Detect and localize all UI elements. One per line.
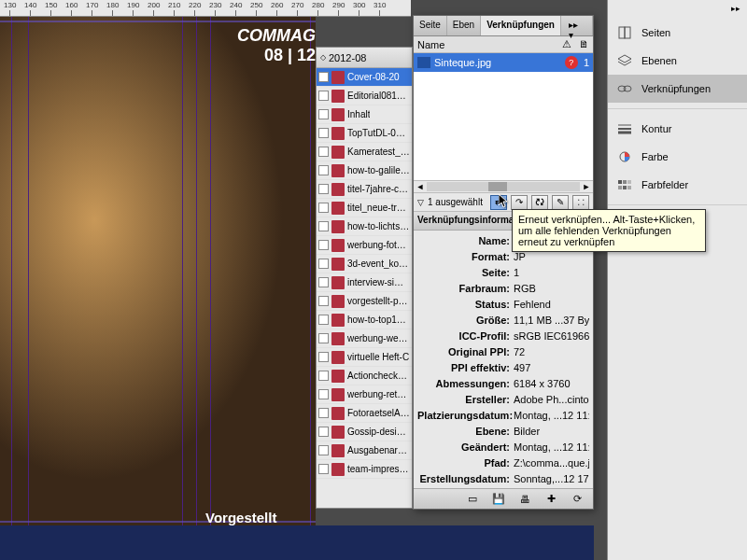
checkbox[interactable] bbox=[318, 109, 329, 119]
checkbox[interactable] bbox=[318, 277, 329, 287]
preview-size-button[interactable]: ▭ bbox=[464, 492, 481, 507]
checkbox[interactable] bbox=[318, 408, 329, 418]
info-value: RGB bbox=[514, 283, 589, 294]
links-list-body[interactable] bbox=[414, 72, 593, 180]
edit-original-button[interactable]: ✎ bbox=[552, 195, 569, 210]
panel-tab-swatches[interactable]: Farbfelder bbox=[608, 171, 747, 199]
panel-tab-pages[interactable]: Seiten bbox=[608, 19, 747, 47]
link-row-selected[interactable]: Sinteque.jpg ? 1 bbox=[414, 53, 593, 72]
save-button[interactable]: 💾 bbox=[490, 492, 507, 507]
checkbox[interactable] bbox=[318, 333, 329, 343]
book-document-row[interactable]: werbung-fotogra bbox=[317, 236, 412, 255]
checkbox[interactable] bbox=[318, 352, 329, 362]
book-document-row[interactable]: TopTutDL-08-12 bbox=[317, 124, 412, 143]
grip-icon[interactable]: ⸬ bbox=[572, 195, 589, 210]
checkbox[interactable] bbox=[318, 91, 329, 101]
scrollbar-thumb[interactable] bbox=[488, 182, 507, 191]
book-document-row[interactable]: 3d-event_korrigi bbox=[317, 255, 412, 273]
magazine-issue: 08 | 12 bbox=[204, 46, 316, 65]
document-name: werbung-fotogra bbox=[347, 240, 410, 250]
book-document-row[interactable]: how-to-lichtschr bbox=[317, 217, 412, 236]
goto-link-button[interactable]: ↷ bbox=[511, 195, 528, 210]
collapse-dock-button[interactable]: ▸▸ bbox=[728, 4, 743, 17]
info-row: Seite:1 bbox=[417, 264, 589, 280]
checkbox[interactable] bbox=[318, 445, 329, 455]
checkbox[interactable] bbox=[318, 464, 329, 474]
info-row: Pfad:Z:\comma...que.jpg bbox=[417, 455, 589, 470]
guide-v[interactable] bbox=[11, 17, 12, 525]
checkbox[interactable] bbox=[318, 221, 329, 231]
book-document-row[interactable]: Inhalt bbox=[317, 105, 412, 124]
scroll-left-icon[interactable]: ◄ bbox=[414, 182, 427, 191]
guide-v[interactable] bbox=[310, 17, 311, 525]
guide-v[interactable] bbox=[182, 17, 183, 525]
tab-links[interactable]: Verknüpfungen bbox=[481, 16, 561, 35]
tab-layers[interactable]: Eben bbox=[447, 16, 481, 35]
guide-v[interactable] bbox=[210, 17, 211, 525]
indd-file-icon bbox=[331, 407, 345, 420]
book-document-row[interactable]: Ausgabenarchiv bbox=[317, 441, 412, 460]
sync-button[interactable]: ⟳ bbox=[569, 492, 585, 507]
disclosure-icon[interactable]: ▽ bbox=[417, 198, 424, 207]
book-document-row[interactable]: werbung-webtra bbox=[317, 329, 412, 348]
scroll-right-icon[interactable]: ► bbox=[580, 182, 593, 191]
document-name: how-to-galileo... bbox=[347, 165, 410, 175]
document-name: FotoraetselAugu bbox=[347, 408, 410, 418]
book-header[interactable]: ◇ 2012-08 bbox=[317, 48, 412, 68]
checkbox[interactable] bbox=[318, 296, 329, 306]
info-value: 11,1 MB ...37 Byte) bbox=[514, 315, 589, 326]
scrollbar-track[interactable] bbox=[427, 182, 580, 191]
document-name: titel_neue-traini bbox=[347, 203, 410, 213]
panel-tab-links[interactable]: Verknüpfungen bbox=[608, 75, 747, 103]
link-filename: Sinteque.jpg bbox=[434, 57, 491, 68]
checkbox[interactable] bbox=[318, 165, 329, 175]
book-document-row[interactable]: titel_neue-traini bbox=[317, 199, 412, 217]
checkbox[interactable] bbox=[318, 315, 329, 325]
guide-v[interactable] bbox=[28, 17, 29, 525]
panel-tab-stroke[interactable]: Kontur bbox=[608, 115, 747, 143]
book-document-row[interactable]: team-impressum bbox=[317, 460, 412, 479]
update-link-button[interactable]: 🗘 bbox=[531, 195, 548, 210]
checkbox[interactable] bbox=[318, 371, 329, 381]
print-button[interactable]: 🖶 bbox=[516, 492, 533, 507]
indd-file-icon bbox=[331, 444, 345, 457]
checkbox[interactable] bbox=[318, 147, 329, 157]
book-document-row[interactable]: how-to-galileo... bbox=[317, 161, 412, 180]
document-name: how-to-lichtschr bbox=[347, 221, 410, 231]
book-document-row[interactable]: Cover-08-20 bbox=[317, 68, 412, 87]
panel-tab-layers[interactable]: Ebenen bbox=[608, 47, 747, 75]
panel-tab-color[interactable]: Farbe bbox=[608, 143, 747, 171]
book-document-row[interactable]: Kameratest_081 bbox=[317, 143, 412, 161]
panel-menu-button[interactable]: ▸▸ ▾ bbox=[561, 16, 593, 35]
book-document-row[interactable]: Editorial0812_ko bbox=[317, 87, 412, 105]
info-row: PPI effektiv:497 bbox=[417, 359, 589, 375]
document-name: Actioncheck_08 bbox=[347, 371, 410, 381]
add-button[interactable]: ✚ bbox=[543, 492, 559, 507]
stroke-icon bbox=[615, 121, 634, 136]
tab-pages[interactable]: Seite bbox=[414, 16, 447, 35]
book-document-row[interactable]: Gossip-designco bbox=[317, 423, 412, 441]
checkbox[interactable] bbox=[318, 128, 329, 138]
horizontal-scrollbar[interactable]: ◄ ► bbox=[414, 180, 593, 193]
book-document-row[interactable]: Actioncheck_08 bbox=[317, 367, 412, 385]
info-label: Größe: bbox=[417, 315, 514, 326]
checkbox[interactable] bbox=[318, 427, 329, 437]
book-document-row[interactable]: werbung-retusc bbox=[317, 385, 412, 404]
book-document-row[interactable]: vorgestellt-pani bbox=[317, 292, 412, 311]
checkbox[interactable] bbox=[318, 203, 329, 213]
checkbox[interactable] bbox=[318, 259, 329, 269]
checkbox[interactable] bbox=[318, 240, 329, 250]
book-document-row[interactable]: FotoraetselAugu bbox=[317, 404, 412, 423]
info-label: Platzierungsdatum: bbox=[417, 410, 514, 421]
book-document-row[interactable]: interview-simon bbox=[317, 273, 412, 292]
checkbox[interactable] bbox=[318, 184, 329, 194]
book-document-row[interactable]: virtuelle Heft-C bbox=[317, 348, 412, 367]
indd-file-icon bbox=[331, 146, 345, 159]
book-document-row[interactable]: how-to-top10-cs bbox=[317, 311, 412, 329]
guide-v[interactable] bbox=[196, 17, 197, 525]
document-canvas[interactable]: COMMAG 08 | 12 Vorgestellt bbox=[0, 17, 316, 525]
disclosure-triangle-icon[interactable]: ◇ bbox=[320, 53, 326, 62]
checkbox[interactable] bbox=[318, 72, 329, 82]
checkbox[interactable] bbox=[318, 389, 329, 399]
book-document-row[interactable]: titel-7jahre-com bbox=[317, 180, 412, 199]
